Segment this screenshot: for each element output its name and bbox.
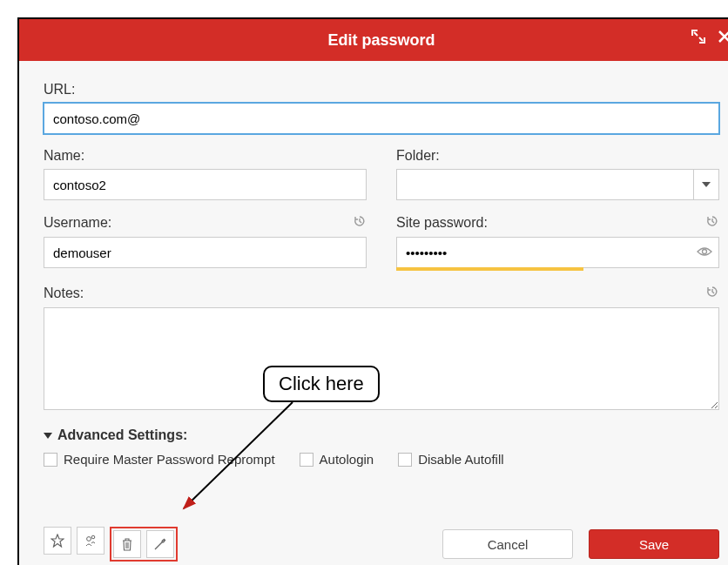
title-actions: [691, 30, 728, 47]
password-input[interactable]: [396, 237, 719, 268]
name-field: Name:: [44, 148, 367, 200]
expand-icon[interactable]: [691, 30, 705, 47]
advanced-settings-label: Advanced Settings:: [57, 427, 187, 443]
checkbox-icon: [44, 453, 57, 467]
url-field: URL:: [44, 82, 719, 134]
checkbox-icon: [300, 453, 313, 467]
notes-label: Notes:: [44, 286, 84, 301]
disable-autofill-check[interactable]: Disable Autofill: [398, 452, 503, 467]
close-icon[interactable]: [718, 30, 728, 47]
history-icon[interactable]: [705, 214, 719, 232]
username-input[interactable]: [44, 237, 367, 268]
password-label: Site password:: [396, 215, 488, 231]
password-field: Site password:: [396, 214, 719, 271]
name-label: Name:: [44, 148, 84, 164]
eye-icon[interactable]: [697, 245, 712, 260]
share-button[interactable]: [77, 527, 104, 555]
autologin-check[interactable]: Autologin: [300, 452, 374, 467]
notes-field: Notes:: [44, 285, 719, 410]
dialog-footer: Cancel Save: [44, 527, 719, 562]
tool-row: [44, 527, 178, 562]
caret-down-icon: [44, 433, 52, 439]
history-icon[interactable]: [705, 285, 719, 302]
username-label: Username:: [44, 215, 111, 231]
delete-button[interactable]: [113, 530, 141, 558]
history-icon[interactable]: [353, 214, 367, 232]
favorite-button[interactable]: [44, 527, 71, 555]
dialog-body: URL: Name: Folder: Username:: [19, 61, 728, 482]
folder-label: Folder:: [396, 148, 440, 164]
dialog-title: Edit password: [327, 31, 435, 50]
username-field: Username:: [44, 214, 367, 271]
action-buttons: Cancel Save: [442, 529, 719, 559]
folder-field: Folder:: [396, 148, 719, 200]
folder-input[interactable]: [396, 169, 693, 200]
titlebar: Edit password: [19, 19, 728, 61]
cancel-button[interactable]: Cancel: [442, 529, 573, 559]
tools-button[interactable]: [146, 530, 174, 558]
edit-password-dialog: Edit password URL: Name: Folder:: [17, 17, 728, 565]
name-input[interactable]: [44, 169, 367, 200]
svg-point-1: [87, 537, 91, 541]
advanced-checks: Require Master Password Reprompt Autolog…: [44, 452, 719, 467]
save-button[interactable]: Save: [589, 529, 719, 559]
folder-dropdown-button[interactable]: [693, 169, 719, 200]
annotation-highlight: [110, 527, 178, 562]
svg-point-0: [703, 250, 707, 254]
svg-point-2: [91, 535, 95, 539]
url-input[interactable]: [44, 103, 719, 134]
advanced-settings-toggle[interactable]: Advanced Settings:: [44, 427, 719, 443]
password-strength-meter: [396, 267, 583, 271]
checkbox-icon: [398, 453, 412, 467]
reprompt-check[interactable]: Require Master Password Reprompt: [44, 452, 275, 467]
url-label: URL:: [44, 82, 75, 98]
notes-textarea[interactable]: [44, 307, 719, 410]
annotation-callout: Click here: [263, 366, 380, 402]
